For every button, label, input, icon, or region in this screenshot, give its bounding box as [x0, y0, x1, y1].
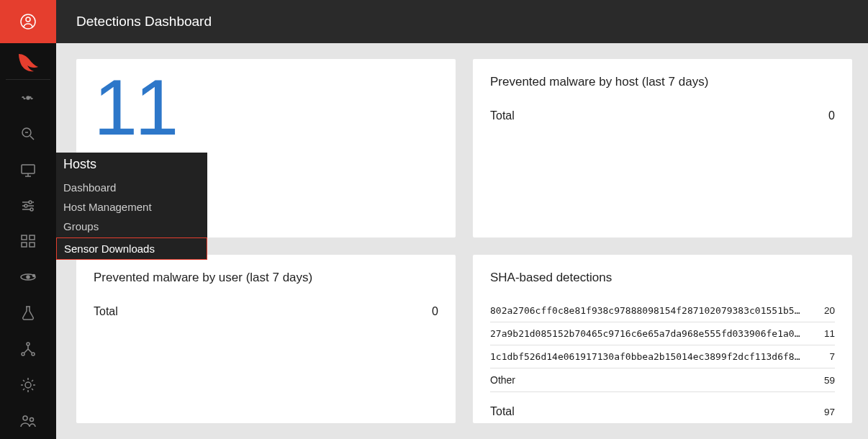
sha-other-count: 59	[813, 375, 835, 386]
svg-point-6	[24, 204, 27, 207]
sidebar-user-icon[interactable]	[0, 0, 56, 43]
sha-count: 7	[813, 351, 835, 362]
sha-row[interactable]: 27a9b21d085152b70465c9716c6e65a7da968e55…	[490, 322, 835, 345]
svg-rect-11	[30, 243, 35, 247]
total-label: Total	[94, 305, 417, 318]
network-icon[interactable]	[0, 331, 56, 367]
sha-other-label: Other	[490, 374, 813, 386]
sha-hash: 1c1dbf526d14e061917130af0bbea2b15014ec38…	[490, 351, 813, 362]
card-title: Prevented malware by user (last 7 days)	[94, 271, 438, 285]
page-title: Detections Dashboard	[76, 14, 212, 30]
sha-row[interactable]: 1c1dbf526d14e061917130af0bbea2b15014ec38…	[490, 345, 835, 368]
svg-point-14	[33, 275, 35, 277]
sha-count: 11	[813, 328, 835, 339]
detections-count: 11	[94, 68, 438, 147]
activity-icon[interactable]	[0, 80, 56, 116]
card-sha-detections: SHA-based detections 802a2706cff0c8e81f9…	[473, 255, 852, 423]
sha-hash: 802a2706cff0c8e81f938c97888098154f287102…	[490, 305, 813, 316]
submenu-item-groups[interactable]: Groups	[56, 217, 207, 236]
svg-point-5	[29, 201, 32, 204]
sun-icon[interactable]	[0, 367, 56, 403]
submenu-item-dashboard[interactable]: Dashboard	[56, 178, 207, 197]
orbit-icon[interactable]	[0, 259, 56, 295]
falcon-logo-icon[interactable]	[0, 43, 56, 79]
card-prevented-by-host: Prevented malware by host (last 7 days) …	[473, 59, 852, 237]
sha-row-other[interactable]: Other 59	[490, 368, 835, 392]
submenu-item-host-management[interactable]: Host Management	[56, 197, 207, 217]
total-value: 0	[417, 305, 438, 318]
sha-row[interactable]: 802a2706cff0c8e81f938c97888098154f287102…	[490, 299, 835, 322]
svg-point-1	[26, 17, 30, 22]
total-label: Total	[490, 109, 813, 122]
card-title: Prevented malware by host (last 7 days)	[490, 75, 835, 89]
monitor-icon[interactable]	[0, 152, 56, 188]
svg-rect-4	[22, 165, 35, 173]
hosts-submenu: Hosts Dashboard Host Management Groups S…	[56, 153, 207, 260]
card-title: SHA-based detections	[490, 271, 835, 285]
card-prevented-by-user: Prevented malware by user (last 7 days) …	[76, 255, 456, 423]
svg-rect-10	[22, 243, 27, 247]
flask-icon[interactable]	[0, 295, 56, 331]
users-icon[interactable]	[0, 403, 56, 439]
sidebar	[0, 0, 56, 439]
total-value: 97	[813, 407, 835, 417]
search-icon[interactable]	[0, 116, 56, 152]
svg-point-18	[25, 382, 31, 388]
svg-point-17	[32, 353, 35, 356]
svg-point-2	[27, 96, 30, 99]
svg-point-7	[30, 208, 33, 211]
svg-point-20	[30, 418, 34, 422]
total-value: 0	[813, 109, 835, 122]
sha-hash: 27a9b21d085152b70465c9716c6e65a7da968e55…	[490, 328, 813, 339]
svg-point-16	[22, 353, 24, 356]
svg-point-19	[23, 416, 27, 420]
submenu-title: Hosts	[56, 153, 207, 178]
page-header: Detections Dashboard	[56, 0, 868, 43]
svg-rect-9	[30, 235, 35, 240]
sliders-icon[interactable]	[0, 188, 56, 224]
svg-point-13	[27, 276, 30, 279]
svg-rect-8	[22, 235, 27, 240]
svg-point-15	[27, 343, 30, 345]
total-label: Total	[490, 405, 813, 418]
panels-icon[interactable]	[0, 224, 56, 260]
sha-count: 20	[813, 305, 835, 316]
submenu-item-sensor-downloads[interactable]: Sensor Downloads	[56, 237, 207, 260]
